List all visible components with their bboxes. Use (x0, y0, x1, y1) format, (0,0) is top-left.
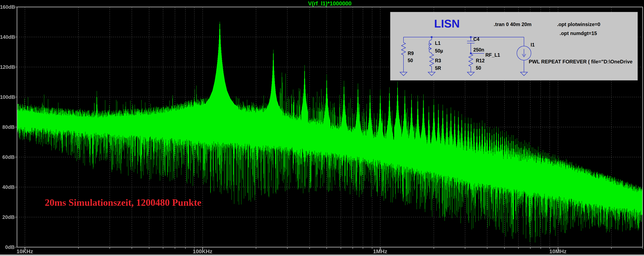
label-r3-value: 5R (435, 66, 441, 71)
label-r9-value: 50 (408, 58, 413, 63)
x-axis-label-10mhz: 10MHz (539, 248, 577, 255)
label-l1-name: L1 (435, 40, 440, 46)
trace-title: V(rf_l1)*1000000 (17, 0, 643, 7)
ltspice-waveform-window: V(rf_l1)*1000000 160dB 140dB 120dB 100dB… (0, 0, 644, 256)
label-r12-value: 50 (476, 65, 481, 71)
resistor-r12 (469, 54, 473, 66)
resistor-r9 (402, 42, 406, 55)
x-axis-label-1mhz: 1MHz (362, 248, 399, 255)
label-c4-name: C4 (473, 36, 480, 42)
label-c4-value: 250n (473, 47, 484, 52)
y-axis-label-80db: 80dB (0, 124, 14, 130)
y-axis-label-20db: 20dB (0, 214, 14, 220)
junction-node-icon (431, 36, 432, 38)
label-r9-name: R9 (408, 51, 414, 56)
x-axis-label-100khz: 100KHz (184, 248, 221, 255)
y-axis-label-160db: 160dB (0, 4, 14, 10)
schematic-inset: LISN .tran 0 40m 20m .opt plotwinsize=0 … (390, 12, 638, 80)
label-i1-name: I1 (530, 42, 534, 48)
y-axis-label-60db: 60dB (0, 154, 14, 160)
y-axis-label-100db: 100dB (0, 94, 14, 100)
ground-icon (520, 72, 528, 76)
label-net-rf-l1: RF_L1 (486, 52, 500, 58)
ground-icon (428, 72, 435, 76)
label-r3-name: R3 (435, 58, 441, 63)
junction-node-icon (470, 36, 472, 38)
lisn-circuit-drawing: R9 50 L1 50µ R3 5R C4 250n R12 50 RF_L1 … (390, 12, 638, 80)
inductor-l1 (429, 40, 432, 53)
y-axis-label-120db: 120dB (0, 64, 14, 70)
ground-icon (467, 72, 474, 76)
y-axis-label-40db: 40dB (0, 184, 14, 190)
resistor-r3 (430, 54, 434, 66)
ground-icon (400, 72, 407, 76)
window-bottom-edge (0, 254, 644, 256)
x-axis-label-10khz: 10KHz (6, 248, 44, 255)
label-r12-name: R12 (476, 58, 484, 63)
junction-node-icon (470, 52, 472, 54)
simulation-note: 20ms Simulationszeit, 1200480 Punkte (45, 197, 201, 208)
label-l1-value: 50µ (435, 48, 443, 54)
y-axis-label-140db: 140dB (0, 34, 14, 40)
